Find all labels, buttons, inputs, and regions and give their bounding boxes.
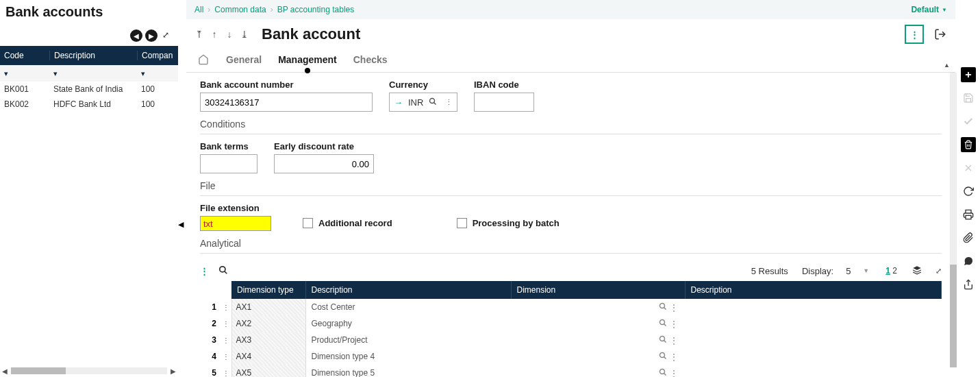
early-discount-rate-input[interactable] bbox=[274, 154, 374, 173]
layers-icon[interactable] bbox=[912, 265, 922, 277]
header-company[interactable]: Compan bbox=[137, 51, 178, 60]
scroll-left-icon[interactable]: ◀ bbox=[0, 366, 10, 376]
header-dimension[interactable]: Dimension bbox=[511, 281, 685, 299]
row-actions-icon[interactable]: ⋮ bbox=[221, 365, 231, 377]
left-panel: Bank accounts ◀ ▶ ⤢ Code Description Com… bbox=[0, 0, 178, 377]
description-2-cell bbox=[685, 348, 942, 365]
row-actions-icon[interactable]: ⋮ bbox=[221, 332, 231, 348]
more-icon[interactable]: ⋮ bbox=[670, 303, 678, 313]
filter-code-icon[interactable]: ▾ bbox=[0, 69, 49, 78]
breadcrumb-common-data[interactable]: Common data bbox=[214, 5, 266, 14]
more-actions-button[interactable]: ⋮ bbox=[905, 25, 924, 44]
table-row[interactable]: 3⋮AX3Product/Project⋮ bbox=[200, 332, 942, 348]
next-record-icon[interactable]: ▶ bbox=[145, 29, 158, 42]
currency-more-icon[interactable]: ⋮ bbox=[445, 98, 453, 107]
search-icon[interactable] bbox=[659, 369, 667, 378]
table-actions-icon[interactable]: ⋮ bbox=[200, 266, 209, 276]
tab-general[interactable]: General bbox=[226, 54, 262, 68]
left-panel-title: Bank accounts bbox=[0, 0, 178, 27]
exit-icon[interactable] bbox=[933, 27, 947, 41]
search-icon[interactable] bbox=[659, 352, 667, 362]
scroll-thumb[interactable] bbox=[950, 265, 957, 367]
home-tab-icon[interactable] bbox=[197, 54, 210, 67]
scroll-thumb[interactable] bbox=[11, 367, 66, 374]
tab-checks[interactable]: Checks bbox=[353, 54, 388, 68]
add-icon[interactable] bbox=[961, 67, 976, 82]
expand-table-icon[interactable]: ⤢ bbox=[935, 267, 942, 276]
more-icon[interactable]: ⋮ bbox=[670, 352, 678, 362]
expand-panel-icon[interactable]: ⤢ bbox=[160, 29, 171, 40]
collapse-left-panel-icon[interactable]: ◀ bbox=[176, 216, 186, 232]
list-item[interactable]: BK001 State Bank of India 100 bbox=[0, 82, 178, 97]
scroll-right-icon[interactable]: ▶ bbox=[168, 366, 178, 376]
currency-goto-icon[interactable]: → bbox=[394, 97, 403, 108]
processing-by-batch-checkbox[interactable] bbox=[457, 218, 467, 228]
row-actions-icon[interactable]: ⋮ bbox=[221, 315, 231, 332]
header-code[interactable]: Code bbox=[0, 51, 49, 60]
dimension-cell[interactable]: ⋮ bbox=[511, 299, 685, 315]
table-row[interactable]: 1⋮AX1Cost Center⋮ bbox=[200, 299, 942, 315]
header-dimension-type[interactable]: Dimension type bbox=[231, 281, 305, 299]
refresh-icon[interactable] bbox=[961, 184, 976, 199]
dimension-type-cell: AX3 bbox=[231, 332, 305, 348]
bank-account-number-input[interactable] bbox=[200, 93, 373, 112]
breadcrumb-all[interactable]: All bbox=[194, 5, 203, 14]
more-icon[interactable]: ⋮ bbox=[670, 369, 678, 378]
dimension-cell[interactable]: ⋮ bbox=[511, 365, 685, 377]
delete-icon[interactable] bbox=[961, 137, 976, 152]
breadcrumb-bp-tables[interactable]: BP accounting tables bbox=[277, 5, 355, 14]
header-description-2[interactable]: Description bbox=[685, 281, 942, 299]
bank-terms-input[interactable] bbox=[200, 154, 257, 173]
dimension-cell[interactable]: ⋮ bbox=[511, 332, 685, 348]
row-actions-icon[interactable]: ⋮ bbox=[221, 299, 231, 315]
header-description[interactable]: Description bbox=[49, 51, 137, 60]
print-icon[interactable] bbox=[961, 207, 976, 222]
content-vertical-scrollbar[interactable] bbox=[950, 73, 957, 367]
comment-icon[interactable] bbox=[961, 254, 976, 269]
filter-company-icon[interactable]: ▾ bbox=[137, 69, 178, 78]
row-actions-icon[interactable]: ⋮ bbox=[221, 348, 231, 365]
svg-point-14 bbox=[660, 369, 665, 374]
search-icon[interactable] bbox=[659, 303, 667, 313]
table-search-icon[interactable] bbox=[218, 265, 228, 277]
currency-input[interactable]: → INR ⋮ bbox=[389, 93, 457, 112]
first-record-icon[interactable]: ⤒ bbox=[194, 29, 204, 40]
search-icon[interactable] bbox=[659, 336, 667, 345]
description-cell: Cost Center bbox=[305, 299, 511, 315]
search-icon[interactable] bbox=[659, 319, 667, 329]
prev-record-icon[interactable]: ↑ bbox=[210, 29, 219, 40]
dimension-type-cell: AX5 bbox=[231, 365, 305, 377]
more-icon[interactable]: ⋮ bbox=[670, 336, 678, 345]
scroll-up-icon[interactable]: ▲ bbox=[944, 62, 950, 69]
tab-management[interactable]: Management bbox=[278, 54, 337, 68]
svg-point-8 bbox=[660, 319, 665, 324]
row-description: State Bank of India bbox=[49, 84, 137, 94]
table-row[interactable]: 4⋮AX4Dimension type 4⋮ bbox=[200, 348, 942, 365]
header-description-1[interactable]: Description bbox=[305, 281, 511, 299]
last-record-icon[interactable]: ⤓ bbox=[240, 29, 249, 40]
filter-description-icon[interactable]: ▾ bbox=[49, 69, 137, 78]
dimension-cell[interactable]: ⋮ bbox=[511, 315, 685, 332]
additional-record-checkbox[interactable] bbox=[303, 218, 313, 228]
share-icon[interactable] bbox=[961, 277, 976, 292]
more-icon[interactable]: ⋮ bbox=[670, 319, 678, 329]
file-extension-input[interactable] bbox=[200, 216, 271, 231]
page-2[interactable]: 2 bbox=[892, 266, 897, 276]
dimension-cell[interactable]: ⋮ bbox=[511, 348, 685, 365]
description-cell: Dimension type 4 bbox=[305, 348, 511, 365]
default-button[interactable]: Default▼ bbox=[911, 5, 947, 14]
display-dropdown-icon[interactable]: ▼ bbox=[863, 267, 869, 274]
close-icon bbox=[961, 160, 976, 175]
iban-input[interactable] bbox=[474, 93, 534, 112]
page-1[interactable]: 1 bbox=[885, 266, 890, 276]
table-row[interactable]: 2⋮AX2Geography⋮ bbox=[200, 315, 942, 332]
prev-record-icon[interactable]: ◀ bbox=[130, 29, 142, 42]
table-row[interactable]: 5⋮AX5Dimension type 5⋮ bbox=[200, 365, 942, 377]
scroll-track[interactable] bbox=[11, 367, 167, 374]
display-value: 5 bbox=[846, 266, 851, 276]
attachment-icon[interactable] bbox=[961, 230, 976, 245]
currency-search-icon[interactable] bbox=[429, 97, 437, 108]
next-record-icon[interactable]: ↓ bbox=[225, 29, 234, 40]
list-item[interactable]: BK002 HDFC Bank Ltd 100 bbox=[0, 97, 178, 112]
left-horizontal-scrollbar[interactable]: ◀ ▶ bbox=[0, 365, 178, 377]
